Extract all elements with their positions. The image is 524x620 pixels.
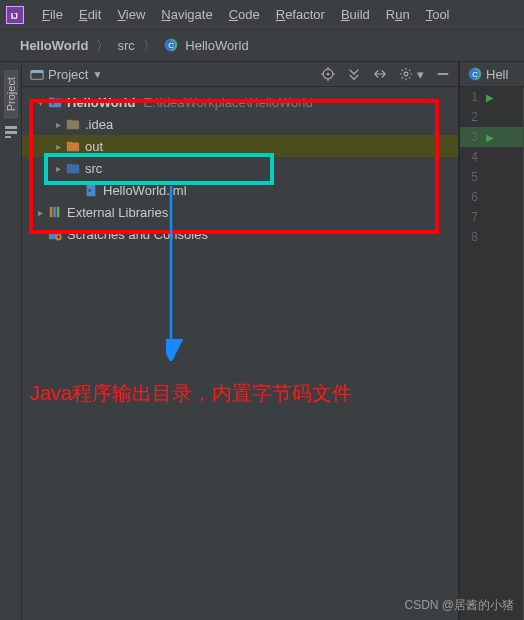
- line-number: 1: [460, 90, 486, 104]
- svg-text:IJ: IJ: [11, 10, 18, 20]
- structure-icon[interactable]: [3, 124, 19, 140]
- chevron-right-icon: 〉: [96, 37, 109, 55]
- tree-src-label: src: [85, 161, 102, 176]
- chevron-right-icon[interactable]: ▸: [52, 141, 64, 152]
- menu-file[interactable]: File: [34, 3, 71, 26]
- svg-rect-22: [88, 189, 91, 192]
- libraries-icon: [48, 205, 62, 219]
- tree-root-label: HelloWorld: [67, 95, 135, 110]
- gutter-row[interactable]: 3▶: [460, 127, 523, 147]
- target-icon[interactable]: [321, 67, 335, 81]
- app-icon: IJ: [6, 6, 24, 24]
- gear-dropdown-icon[interactable]: ▾: [417, 67, 424, 82]
- editor-tab[interactable]: C Hell: [460, 62, 524, 87]
- project-pane-header: Project ▼ ▾: [22, 62, 458, 87]
- svg-rect-18: [67, 142, 72, 145]
- svg-text:C: C: [168, 41, 174, 50]
- gutter-row[interactable]: 8: [460, 227, 523, 247]
- gutter-row[interactable]: 4: [460, 147, 523, 167]
- gutter-row[interactable]: 1▶: [460, 87, 523, 107]
- module-file-icon: [84, 183, 98, 197]
- svg-rect-4: [5, 131, 17, 134]
- run-gutter-icon[interactable]: ▶: [486, 92, 496, 103]
- tree-out[interactable]: ▸ out: [22, 135, 458, 157]
- folder-icon: [66, 139, 80, 153]
- tree-scratches[interactable]: Scratches and Consoles: [22, 223, 458, 245]
- menu-tools[interactable]: Tool: [418, 3, 458, 26]
- chevron-right-icon[interactable]: ▸: [52, 163, 64, 174]
- editor-tab-label: Hell: [486, 67, 508, 82]
- svg-rect-14: [52, 102, 55, 105]
- svg-rect-20: [67, 164, 72, 167]
- tool-stripe-left: Project: [0, 62, 22, 620]
- line-number: 2: [460, 110, 486, 124]
- tree-iml[interactable]: HelloWorld.iml: [22, 179, 458, 201]
- expand-icon[interactable]: [347, 67, 361, 81]
- gutter-row[interactable]: 7: [460, 207, 523, 227]
- collapse-icon[interactable]: [373, 67, 387, 81]
- svg-rect-28: [58, 236, 60, 239]
- svg-point-10: [404, 72, 408, 76]
- class-icon: C: [164, 38, 178, 52]
- project-pane: Project ▼ ▾ ▾ HelloWorld E:\IdeaWorkplac…: [22, 62, 459, 620]
- pane-toolbar: ▾: [321, 67, 450, 82]
- project-pane-title[interactable]: Project: [48, 67, 88, 82]
- folder-icon: [66, 117, 80, 131]
- crumb-class[interactable]: C HelloWorld: [158, 36, 255, 55]
- tree-ext-label: External Libraries: [67, 205, 168, 220]
- tree-iml-label: HelloWorld.iml: [103, 183, 187, 198]
- gear-icon[interactable]: [399, 67, 413, 81]
- editor-gutter[interactable]: 1▶23▶45678: [460, 87, 524, 620]
- tree-root-path: E:\IdeaWorkplace\HelloWorld: [143, 95, 312, 110]
- tree-out-label: out: [85, 139, 103, 154]
- menubar: IJ File Edit View Navigate Code Refactor…: [0, 0, 524, 30]
- scratches-icon: [48, 227, 62, 241]
- svg-point-9: [327, 73, 330, 76]
- crumb-src[interactable]: src: [111, 36, 140, 55]
- project-tree[interactable]: ▾ HelloWorld E:\IdeaWorkplace\HelloWorld…: [22, 87, 458, 249]
- svg-rect-13: [49, 98, 54, 101]
- chevron-down-icon[interactable]: ▾: [34, 97, 46, 108]
- tree-src[interactable]: ▸ src: [22, 157, 458, 179]
- annotation-text: Java程序输出目录，内置字节码文件: [30, 380, 352, 407]
- workspace: Project Project ▼ ▾ ▾ HelloWorld: [0, 62, 524, 620]
- svg-rect-24: [53, 207, 56, 218]
- tree-idea-label: .idea: [85, 117, 113, 132]
- breadcrumb-bar: HelloWorld 〉 src 〉 C HelloWorld: [0, 30, 524, 62]
- svg-rect-25: [57, 207, 60, 218]
- line-number: 3: [460, 130, 486, 144]
- editor: C Hell 1▶23▶45678: [459, 62, 524, 620]
- menu-build[interactable]: Build: [333, 3, 378, 26]
- svg-rect-11: [438, 73, 449, 75]
- tree-idea[interactable]: ▸ .idea: [22, 113, 458, 135]
- source-folder-icon: [66, 161, 80, 175]
- tree-external-libraries[interactable]: ▸ External Libraries: [22, 201, 458, 223]
- gutter-row[interactable]: 5: [460, 167, 523, 187]
- svg-text:C: C: [472, 70, 478, 79]
- project-pane-icon: [30, 67, 44, 81]
- menu-view[interactable]: View: [109, 3, 153, 26]
- menu-navigate[interactable]: Navigate: [153, 3, 220, 26]
- svg-rect-7: [31, 71, 43, 74]
- module-icon: [48, 95, 62, 109]
- tree-root[interactable]: ▾ HelloWorld E:\IdeaWorkplace\HelloWorld: [22, 91, 458, 113]
- menu-refactor[interactable]: Refactor: [268, 3, 333, 26]
- hide-icon[interactable]: [436, 67, 450, 81]
- tree-scratch-label: Scratches and Consoles: [67, 227, 208, 242]
- stripe-project-button[interactable]: Project: [4, 70, 18, 118]
- menu-code[interactable]: Code: [221, 3, 268, 26]
- svg-rect-5: [5, 136, 11, 138]
- gutter-row[interactable]: 6: [460, 187, 523, 207]
- dropdown-icon[interactable]: ▼: [92, 69, 102, 80]
- menu-run[interactable]: Run: [378, 3, 418, 26]
- chevron-right-icon[interactable]: ▸: [52, 119, 64, 130]
- chevron-right-icon[interactable]: ▸: [34, 207, 46, 218]
- svg-rect-23: [50, 207, 53, 218]
- watermark: CSDN @居酱的小猪: [404, 597, 514, 614]
- run-gutter-icon[interactable]: ▶: [486, 132, 496, 143]
- line-number: 7: [460, 210, 486, 224]
- gutter-row[interactable]: 2: [460, 107, 523, 127]
- menu-edit[interactable]: Edit: [71, 3, 109, 26]
- crumb-project[interactable]: HelloWorld: [14, 36, 94, 55]
- line-number: 4: [460, 150, 486, 164]
